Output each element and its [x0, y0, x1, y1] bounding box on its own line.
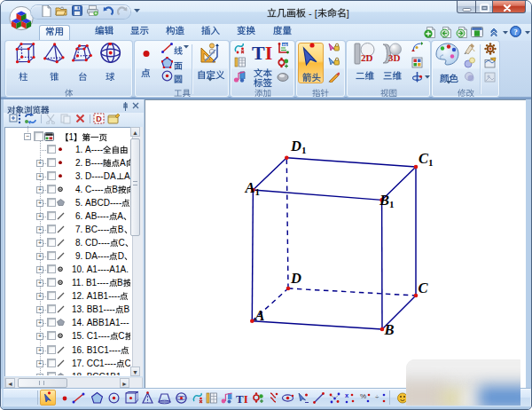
svg-text:x: x [345, 391, 349, 399]
svg-text:?: ? [513, 28, 518, 36]
svg-text:C1: C1 [419, 150, 434, 168]
svg-text:D1: D1 [290, 138, 306, 155]
svg-text:C: C [419, 280, 429, 296]
svg-text:HV2: HV2 [282, 43, 289, 47]
svg-text:÷: ÷ [375, 393, 379, 401]
svg-text:%: % [360, 392, 366, 400]
svg-text:A1: A1 [245, 179, 261, 197]
svg-text:D: D [96, 114, 102, 123]
svg-text:B: B [384, 321, 395, 338]
svg-text:B1: B1 [379, 192, 395, 209]
svg-text:A: A [254, 307, 265, 324]
svg-text:D: D [290, 270, 301, 287]
